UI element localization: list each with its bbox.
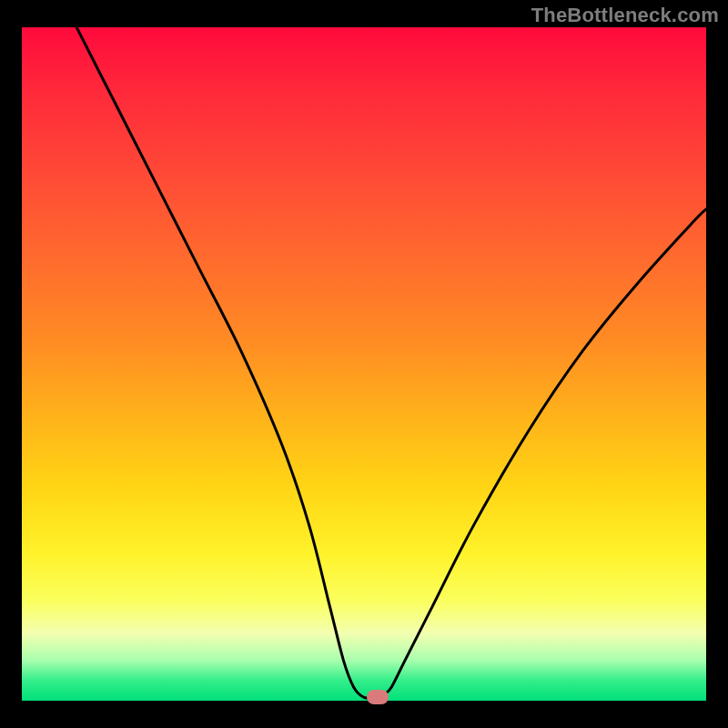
optimum-marker (367, 690, 389, 704)
bottleneck-curve-path (76, 27, 706, 698)
chart-frame: TheBottleneck.com (0, 0, 728, 728)
watermark-text: TheBottleneck.com (531, 4, 719, 27)
bottleneck-curve-svg (22, 27, 706, 701)
